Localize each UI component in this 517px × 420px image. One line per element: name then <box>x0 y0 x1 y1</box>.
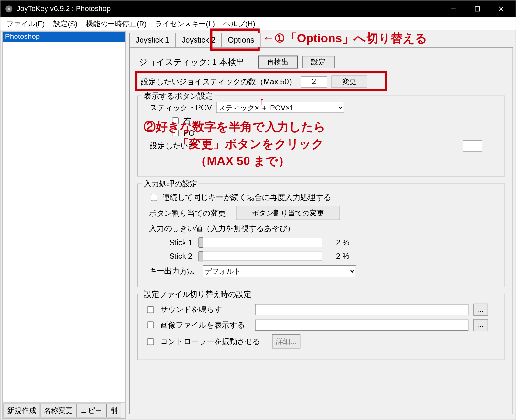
button-assign-label: ボタン割り当ての変更 <box>149 208 226 218</box>
browse-image-button[interactable]: ... <box>473 319 488 331</box>
minimize-button[interactable] <box>441 0 465 17</box>
stickpov-select[interactable]: スティック× ＋ POV×1 <box>216 102 344 113</box>
stick2-slider[interactable] <box>198 252 322 261</box>
app-window: JoyToKey v6.9.2 : Photoshop ファイル(F) 設定(S… <box>0 0 516 420</box>
image-path-input[interactable] <box>255 320 468 331</box>
chk-show-image[interactable] <box>147 321 154 328</box>
profile-sidebar: Photoshop 新規作成 名称変更 コピー 削 <box>2 31 126 419</box>
sound-path-input[interactable] <box>255 304 468 315</box>
tab-options[interactable]: Options <box>221 33 261 47</box>
menu-settings[interactable]: 設定(S) <box>49 18 81 29</box>
profile-item-photoshop[interactable]: Photoshop <box>3 32 125 42</box>
chk-vibrate[interactable] <box>147 338 154 345</box>
chk-right-stick[interactable] <box>172 117 179 124</box>
close-button[interactable] <box>489 0 513 17</box>
copy-profile-button[interactable]: コピー <box>77 404 106 418</box>
tab-joystick-1[interactable]: Joystick 1 <box>129 33 176 47</box>
menu-help[interactable]: ヘルプ(H) <box>219 18 259 29</box>
joystick-detect-label: ジョイスティック: 1 本検出 <box>139 56 245 68</box>
group-display-buttons: 表示するボタン設定 スティック・POV スティック× ＋ POV×1 右 <box>137 96 505 177</box>
joystick-settings-button[interactable]: 設定 <box>302 56 335 68</box>
group-input-legend: 入力処理の設定 <box>142 179 199 189</box>
tab-joystick-2[interactable]: Joystick 2 <box>175 33 222 47</box>
vibrate-detail-button[interactable]: 詳細... <box>272 334 300 349</box>
chk-pov[interactable] <box>172 130 179 136</box>
svg-rect-3 <box>475 7 479 11</box>
keyout-select[interactable]: デフォルト <box>203 265 356 277</box>
main-panel: Joystick 1 Joystick 2 Options ジョイスティック: … <box>127 30 516 420</box>
menubar: ファイル(F) 設定(S) 機能の一時停止(R) ライセンスキー(L) ヘルプ(… <box>0 17 516 30</box>
rename-profile-button[interactable]: 名称変更 <box>40 404 77 418</box>
titlebar: JoyToKey v6.9.2 : Photoshop <box>0 0 516 17</box>
joystick-count-input[interactable] <box>301 76 327 87</box>
stick1-slider[interactable] <box>198 238 322 247</box>
group-file-switch: 設定ファイル切り替え時の設定 サウンドを鳴らす ... 画像ファイルを表示する … <box>137 294 505 360</box>
chk-right-stick-label: 右 <box>184 116 191 126</box>
options-panel: ジョイスティック: 1 本検出 再検出 設定 設定したいジョイスティックの数（M… <box>129 47 513 414</box>
button-assign-button[interactable]: ボタン割り当ての変更 <box>236 206 340 220</box>
desired-buttons-input[interactable] <box>463 140 482 151</box>
svg-point-1 <box>8 8 10 10</box>
chk-repeat-input-label: 連続して同じキーが続く場合に再度入力処理する <box>162 192 331 203</box>
delete-profile-button[interactable]: 削 <box>106 404 121 418</box>
chk-pov-label: PO <box>184 129 195 138</box>
keyout-label: キー出力方法 <box>149 266 195 277</box>
tab-strip: Joystick 1 Joystick 2 Options <box>129 33 516 47</box>
stick1-label: Stick 1 <box>158 238 193 247</box>
browse-sound-button[interactable]: ... <box>473 304 488 316</box>
group-display-legend: 表示するボタン設定 <box>142 91 215 101</box>
group-input-processing: 入力処理の設定 連続して同じキーが続く場合に再度入力処理する ボタン割り当ての変… <box>137 184 505 287</box>
maximize-button[interactable] <box>465 0 489 17</box>
menu-file[interactable]: ファイル(F) <box>2 18 49 29</box>
stick2-percent: 2 % <box>328 252 349 261</box>
chk-play-sound-label: サウンドを鳴らす <box>160 304 250 315</box>
threshold-label: 入力のしきい値（入力を無視するあそび） <box>149 224 497 234</box>
chk-repeat-input[interactable] <box>151 194 157 201</box>
chk-play-sound[interactable] <box>147 306 154 313</box>
menu-license[interactable]: ライセンスキー(L) <box>151 18 219 29</box>
window-title: JoyToKey v6.9.2 : Photoshop <box>16 5 441 13</box>
menu-pause[interactable]: 機能の一時停止(R) <box>82 18 151 29</box>
new-profile-button[interactable]: 新規作成 <box>4 404 40 418</box>
joystick-count-label: 設定したいジョイスティックの数（Max 50） <box>141 77 297 87</box>
redetect-button[interactable]: 再検出 <box>258 56 298 69</box>
desired-buttons-label: 設定したいボ <box>150 141 196 151</box>
stickpov-label: スティック・POV <box>150 102 212 113</box>
stick1-percent: 2 % <box>328 238 349 247</box>
chk-vibrate-label: コントローラーを振動させる <box>160 336 267 347</box>
stick2-label: Stick 2 <box>158 252 193 261</box>
group-file-switch-legend: 設定ファイル切り替え時の設定 <box>142 289 253 299</box>
profile-list[interactable]: Photoshop <box>3 32 125 402</box>
app-icon <box>5 5 13 13</box>
change-count-button[interactable]: 変更 <box>332 76 367 88</box>
chk-show-image-label: 画像ファイルを表示する <box>160 320 250 330</box>
